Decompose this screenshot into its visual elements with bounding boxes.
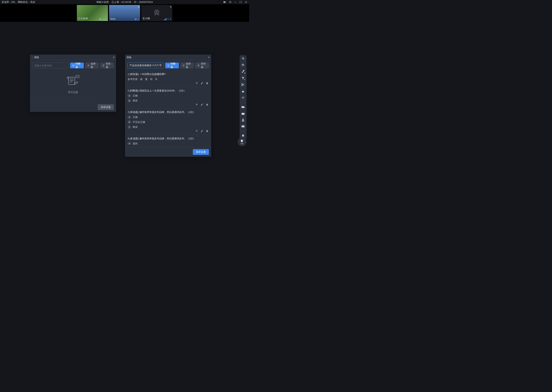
option-text: 错误 <box>133 125 138 129</box>
question-item: 4 [多选题] 施华洛世奇是反华品牌，所以梁鼎琪反华。（2分） A是的B不完全正… <box>127 135 209 145</box>
pointer-tool-icon[interactable] <box>241 57 245 61</box>
loss-rate: 丢包率：0% <box>1 0 15 4</box>
test-name-input[interactable] <box>32 63 69 68</box>
test-name-input[interactable] <box>127 63 164 68</box>
svg-rect-16 <box>168 65 169 66</box>
question-item: 1 [简答题] 一年四季分别是哪四季? 参考答案：春、夏、秋、冬 <box>127 71 209 87</box>
save-test-button[interactable]: 保存试卷 <box>98 104 114 110</box>
option-tag: B <box>128 120 131 124</box>
panel-close-icon[interactable]: × <box>208 56 210 59</box>
question-option[interactable]: B错误 <box>128 99 209 102</box>
question-title: 2 [判断题] 我国宪法上一次更新是在2020年。（2分） <box>128 89 209 92</box>
class-id: ID：2020070324 <box>134 0 153 4</box>
svg-point-17 <box>183 65 184 66</box>
video-user-name: 叮当老师 <box>78 17 88 20</box>
pen-tool-icon[interactable] <box>241 70 245 73</box>
svg-point-8 <box>88 65 89 66</box>
edit-icon[interactable] <box>201 130 203 133</box>
minimize-icon[interactable] <box>234 0 237 4</box>
back-button[interactable]: 测验 <box>31 56 39 59</box>
video-tile[interactable]: × Nina <box>109 5 140 21</box>
option-tag: A <box>128 94 131 98</box>
class-title: 神秘大自然 <box>96 0 109 4</box>
scissors-tool-icon[interactable] <box>241 83 245 86</box>
fullscreen-icon[interactable] <box>239 0 242 4</box>
save-test-button[interactable]: 保存试卷 <box>193 149 209 155</box>
mic-icon <box>170 18 172 20</box>
option-tag: C <box>128 125 131 129</box>
short-answer-button[interactable]: 简答题 <box>195 63 209 68</box>
delete-icon[interactable] <box>206 82 209 84</box>
question-list: 1 [简答题] 一年四季分别是哪四季? 参考答案：春、夏、秋、冬 2 [判断题]… <box>127 71 209 145</box>
move-icon[interactable] <box>195 82 198 84</box>
video-user-name: 王小明 <box>142 17 150 20</box>
svg-point-2 <box>100 19 101 20</box>
quiz-panel-empty: 测验 × 判断题 选择题 简答题 <box>30 55 116 112</box>
svg-rect-7 <box>73 65 74 66</box>
question-option[interactable]: B不完全正确 <box>128 120 209 124</box>
text-tool-icon[interactable] <box>241 76 245 80</box>
question-item: 2 [判断题] 我国宪法上一次更新是在2020年。（2分） A正确B错误 <box>127 87 209 109</box>
move-icon[interactable] <box>195 130 198 133</box>
edit-icon[interactable] <box>201 82 203 84</box>
option-text: 错误 <box>133 99 138 102</box>
bell-icon[interactable] <box>241 134 245 138</box>
laser-tool-icon[interactable] <box>241 96 245 99</box>
svg-point-25 <box>242 126 243 126</box>
panel-title: 测验 <box>126 56 131 59</box>
top-bar: 丢包率：0% 网络状态：良好 神秘大自然 已上课：02:34:09 ID：202… <box>0 0 249 4</box>
option-text: 是的 <box>133 142 138 145</box>
raise-hand-badge[interactable]: 0/2 <box>238 137 247 146</box>
whiteboard-toolbar <box>240 55 247 139</box>
svg-point-21 <box>243 97 244 98</box>
settings-icon[interactable] <box>228 0 232 4</box>
svg-point-14 <box>77 76 78 77</box>
folder-icon[interactable] <box>241 105 245 109</box>
edit-icon[interactable] <box>201 103 203 106</box>
camera-toggle-icon[interactable] <box>223 0 226 4</box>
video-close-icon[interactable]: × <box>170 5 172 8</box>
video-tile[interactable]: × 王小明 <box>141 5 172 21</box>
question-option[interactable]: A正确 <box>128 94 209 98</box>
question-answer: 参考答案：春、夏、秋、冬 <box>128 77 209 81</box>
chat-icon[interactable] <box>241 125 245 128</box>
raise-hand-count: 0/2 <box>241 143 243 145</box>
question-option[interactable]: C错误 <box>128 125 209 129</box>
option-tag: A <box>128 142 131 145</box>
question-option[interactable]: A正确 <box>128 115 209 119</box>
video-row: 叮当老师 × Nina × 王小明 <box>0 4 249 22</box>
panel-close-icon[interactable]: × <box>113 56 115 59</box>
move-tool-icon[interactable] <box>241 63 245 67</box>
question-title: 4 [多选题] 施华洛世奇是反华品牌，所以梁鼎琪反华。（2分） <box>128 137 209 140</box>
question-title: 3 [单选题] 施华洛世奇是反华品牌，所以梁鼎琪反华。（2分） <box>128 111 209 114</box>
move-icon[interactable] <box>195 103 198 106</box>
svg-point-6 <box>156 11 158 13</box>
short-answer-button[interactable]: 简答题 <box>100 63 114 68</box>
question-option[interactable]: A是的 <box>128 142 209 145</box>
panel-title: 测验 <box>34 56 39 59</box>
svg-point-15 <box>78 76 78 77</box>
choice-question-button[interactable]: 选择题 <box>85 63 99 68</box>
video-tile[interactable]: 叮当老师 <box>77 5 108 21</box>
person-icon[interactable] <box>241 118 245 122</box>
judge-question-button[interactable]: 判断题 <box>165 63 179 68</box>
question-item: 3 [单选题] 施华洛世奇是反华品牌，所以梁鼎琪反华。（2分） A正确B不完全正… <box>127 109 209 135</box>
close-window-icon[interactable] <box>245 0 248 4</box>
option-text: 不完全正确 <box>133 120 145 124</box>
question-title: 1 [简答题] 一年四季分别是哪四季? <box>128 73 209 76</box>
svg-rect-0 <box>234 2 236 2</box>
video-close-icon[interactable]: × <box>138 5 139 8</box>
mic-icon <box>105 18 107 20</box>
net-status: 网络状态：良好 <box>18 0 35 4</box>
toolbox-icon[interactable] <box>241 112 245 115</box>
choice-question-button[interactable]: 选择题 <box>180 63 194 68</box>
video-user-name: Nina <box>110 17 115 20</box>
delete-icon[interactable] <box>206 130 209 133</box>
delete-icon[interactable] <box>206 103 209 106</box>
mic-icon <box>138 18 139 20</box>
option-tag: B <box>128 99 131 102</box>
eraser-tool-icon[interactable] <box>241 89 245 93</box>
mic-muted-icon <box>167 18 169 20</box>
quiz-panel-filled: 测验 × 判断题 选择题 简答题 1 [简答题] 一年四季分别是哪四季? 参考答… <box>125 55 211 157</box>
judge-question-button[interactable]: 判断题 <box>70 63 84 68</box>
